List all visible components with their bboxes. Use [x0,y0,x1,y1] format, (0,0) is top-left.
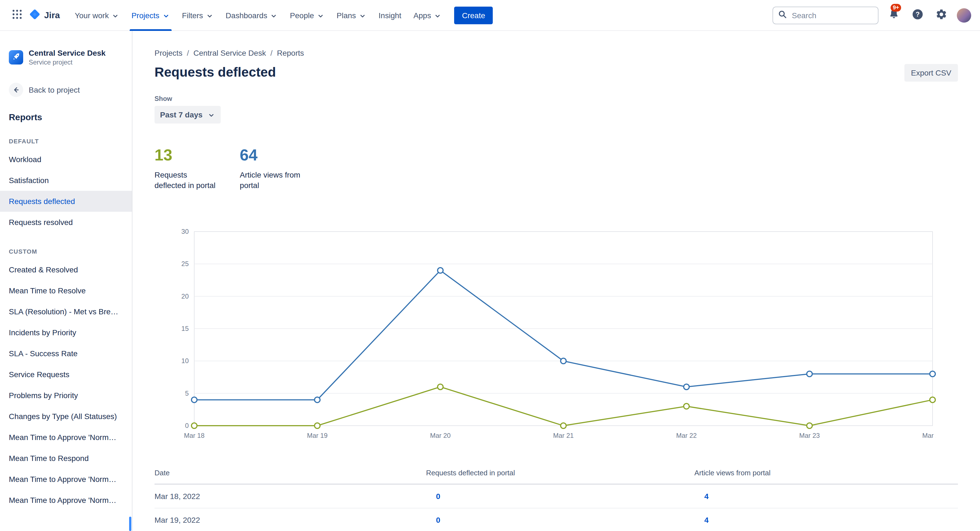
svg-text:?: ? [916,10,920,17]
svg-text:Mar 20: Mar 20 [430,432,451,439]
nav-item-apps[interactable]: Apps [407,0,448,31]
table-value-cell: 0 [426,484,694,508]
nav-item-filters[interactable]: Filters [176,0,220,31]
table-value-link[interactable]: 0 [436,492,440,501]
sidebar-item-mean-time-to-resolve[interactable]: Mean Time to Resolve [0,280,132,301]
nav-item-your-work[interactable]: Your work [69,0,126,31]
notifications-button[interactable]: 9+ [886,7,902,24]
sidebar-item-mean-time-to-approve-norm[interactable]: Mean Time to Approve 'Norm… [0,490,132,510]
back-to-project[interactable]: Back to project [0,83,132,97]
breadcrumb-separator: / [187,49,189,57]
create-button[interactable]: Create [454,6,493,24]
nav-item-label: Plans [337,11,356,19]
sidebar-item-sla-success-rate[interactable]: SLA - Success Rate [0,343,132,364]
page-title: Requests deflected [154,64,276,81]
svg-text:Mar 19: Mar 19 [307,432,328,439]
stat-requests-deflected-in-portal: 13Requestsdeflected in portal [154,146,215,191]
stat-label: Article views fromportal [240,170,300,191]
stat-label: Requestsdeflected in portal [154,170,215,191]
primary-nav-items: Your workProjectsFiltersDashboardsPeople… [69,0,448,31]
deflection-chart: 051015202530Mar 18Mar 19Mar 20Mar 21Mar … [154,226,958,447]
jira-app: Jira Your workProjectsFiltersDashboardsP… [0,0,980,531]
nav-item-label: Apps [414,11,431,19]
breadcrumb-link-central-service-desk[interactable]: Central Service Desk [193,49,266,57]
search-box[interactable] [773,6,878,24]
sidebar-title: Reports [0,113,132,122]
notifications-badge: 9+ [891,3,901,11]
sidebar-item-mean-time-to-approve-norm[interactable]: Mean Time to Approve 'Norm… [0,427,132,448]
stat-article-views-from-portal: 64Article views fromportal [240,146,300,191]
table-value-link[interactable]: 4 [705,515,709,525]
app-switcher-button[interactable] [9,7,25,24]
nav-item-plans[interactable]: Plans [331,0,372,31]
sidebar-item-problems-by-priority[interactable]: Problems by Priority [0,385,132,406]
breadcrumb-separator: / [270,49,273,57]
nav-item-people[interactable]: People [284,0,331,31]
chevron-down-icon [270,12,278,19]
svg-text:20: 20 [181,293,189,300]
export-csv-button[interactable]: Export CSV [904,64,958,82]
project-avatar [9,50,23,65]
chevron-down-icon [162,12,170,19]
chevron-down-icon [111,12,119,19]
date-range-dropdown[interactable]: Past 7 days [154,106,221,124]
stat-value: 64 [240,146,300,164]
nav-item-dashboards[interactable]: Dashboards [220,0,284,31]
project-titles: Central Service Desk Service project [29,49,106,66]
chevron-down-icon [359,12,366,19]
page-header: Requests deflected Export CSV [154,64,958,82]
sidebar-group-label-custom: CUSTOM [0,248,132,255]
svg-text:Mar 23: Mar 23 [799,432,820,439]
sidebar-item-requests-deflected[interactable]: Requests deflected [0,191,132,212]
user-avatar[interactable] [957,8,971,22]
table-value-link[interactable]: 4 [705,492,709,501]
main-content: Projects/Central Service Desk/Reports Re… [132,31,980,531]
sidebar-item-requests-resolved[interactable]: Requests resolved [0,212,132,233]
nav-right-controls: 9+ ? [773,6,971,24]
nav-item-insight[interactable]: Insight [372,0,407,31]
sidebar-item-incidents-by-priority[interactable]: Incidents by Priority [0,322,132,343]
help-button[interactable]: ? [909,7,926,24]
nav-item-label: People [290,11,314,19]
table-body: Mar 18, 202204Mar 19, 202204 [154,484,958,531]
breadcrumb-link-reports[interactable]: Reports [277,49,304,57]
sidebar-scrollbar[interactable] [129,517,131,531]
rocket-icon [12,52,20,63]
back-arrow-icon [9,83,23,97]
table-value-link[interactable]: 0 [436,515,440,525]
sidebar-item-mean-time-to-approve-norm[interactable]: Mean Time to Approve 'Norm… [0,469,132,490]
sidebar-group-label-default: DEFAULT [0,138,132,144]
search-input[interactable] [791,10,873,20]
svg-text:Mar 21: Mar 21 [553,432,574,439]
project-name: Central Service Desk [29,49,106,57]
gear-icon [935,8,947,22]
chevron-down-icon [206,12,213,19]
svg-text:10: 10 [181,357,189,365]
table-row: Mar 19, 202204 [154,508,958,531]
jira-logo-text: Jira [44,10,60,20]
deflection-table: DateRequests deflected in portalArticle … [154,463,958,531]
settings-button[interactable] [933,7,950,24]
sidebar-item-service-requests[interactable]: Service Requests [0,364,132,385]
chevron-down-icon [207,111,215,119]
chevron-down-icon [317,12,325,19]
table-header-requests-deflected-in-portal: Requests deflected in portal [426,463,694,484]
breadcrumb-link-projects[interactable]: Projects [154,49,182,57]
sidebar-item-sla-resolution-met-vs-bre[interactable]: SLA (Resolution) - Met vs Bre… [0,301,132,322]
sidebar-item-satisfaction[interactable]: Satisfaction [0,170,132,191]
table-date: Mar 18, 2022 [154,484,426,508]
chevron-down-icon [434,12,441,19]
sidebar-item-created-resolved[interactable]: Created & Resolved [0,259,132,280]
table-head: DateRequests deflected in portalArticle … [154,463,958,484]
svg-text:0: 0 [185,422,189,429]
nav-item-projects[interactable]: Projects [125,0,176,31]
sidebar-item-changes-by-type-all-statuses[interactable]: Changes by Type (All Statuses) [0,406,132,427]
sidebar-item-workload[interactable]: Workload [0,149,132,170]
sidebar-item-mean-time-to-respond[interactable]: Mean Time to Respond [0,448,132,469]
svg-text:Mar 22: Mar 22 [676,432,697,439]
project-header: Central Service Desk Service project [0,49,132,66]
nav-item-label: Projects [131,11,159,19]
jira-logo[interactable]: Jira [29,8,60,22]
project-type: Service project [29,59,106,66]
nav-item-label: Your work [75,11,109,19]
